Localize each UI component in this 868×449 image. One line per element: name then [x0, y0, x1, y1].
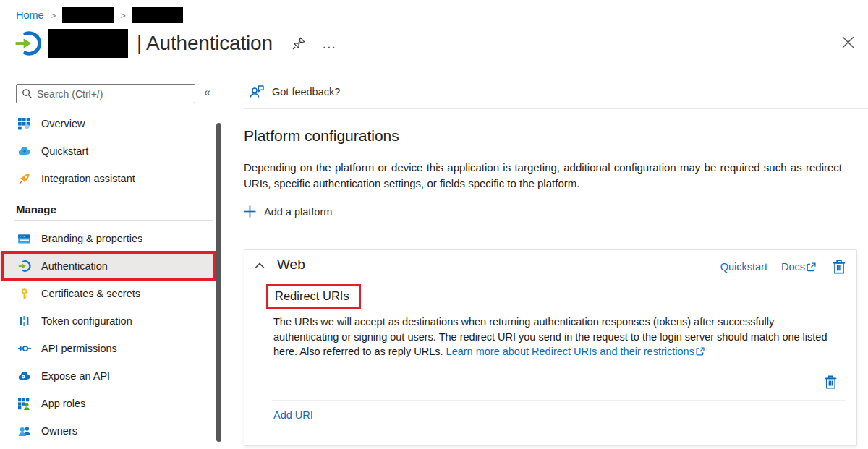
sidebar-item-label: Expose an API	[41, 370, 110, 382]
add-uri-link[interactable]: Add URI	[273, 409, 313, 421]
breadcrumb-separator: >	[120, 10, 126, 21]
got-feedback-button[interactable]: Got feedback?	[250, 85, 340, 98]
web-panel-title: Web	[277, 257, 305, 273]
sidebar-item-label: Owners	[41, 425, 77, 437]
sidebar-divider	[14, 220, 213, 221]
web-platform-panel: Web Quickstart Docs Redir	[244, 249, 857, 446]
sidebar-group-manage: Manage	[16, 203, 216, 215]
redacted-breadcrumb-item	[132, 7, 183, 23]
overview-icon	[17, 117, 31, 131]
sidebar-item-label: Integration assistant	[41, 173, 135, 184]
rocket-icon	[17, 172, 31, 186]
sidebar-item-expose-api[interactable]: Expose an API	[0, 362, 216, 390]
search-input[interactable]	[37, 88, 190, 100]
close-icon[interactable]	[841, 35, 856, 50]
redirect-uris-title: Redirect URIs	[275, 289, 349, 302]
sidebar-item-label: Token configuration	[41, 315, 132, 327]
sidebar-item-api-permissions[interactable]: API permissions	[0, 335, 216, 362]
plus-icon	[244, 205, 256, 218]
breadcrumb-home-link[interactable]: Home	[16, 9, 44, 21]
pin-icon[interactable]	[292, 36, 306, 51]
search-box	[16, 84, 195, 103]
redirect-uris-description: The URIs we will accept as destinations …	[273, 315, 839, 359]
sidebar-item-label: Authentication	[41, 260, 108, 272]
sidebar-nav: Overview Quickstart Integration assistan…	[0, 110, 216, 445]
sidebar-item-label: Branding & properties	[41, 233, 142, 244]
owners-icon	[17, 424, 31, 438]
redirect-uris-title-annotated: Redirect URIs	[266, 284, 361, 309]
api-permissions-icon	[17, 342, 31, 356]
collapse-sidebar-icon[interactable]: «	[204, 86, 210, 99]
uri-row-divider	[272, 400, 846, 401]
token-configuration-icon	[17, 315, 31, 328]
annotation-highlight-box	[1, 251, 216, 281]
sidebar-item-certificates[interactable]: Certificates & secrets	[0, 280, 216, 307]
delete-platform-icon[interactable]	[833, 260, 846, 274]
sidebar-item-label: App roles	[41, 398, 85, 409]
toolbar-divider	[244, 108, 868, 109]
search-icon	[22, 88, 33, 99]
key-icon	[17, 287, 31, 301]
sidebar-item-overview[interactable]: Overview	[0, 110, 216, 137]
learn-more-link-label: Learn more about Redirect URIs and their…	[446, 344, 694, 359]
sidebar-item-label: Quickstart	[41, 145, 88, 157]
breadcrumb-separator: >	[51, 10, 56, 21]
external-link-icon	[696, 347, 705, 356]
web-panel-actions: Quickstart Docs	[720, 260, 846, 274]
sidebar-item-branding[interactable]: Branding & properties	[0, 225, 216, 252]
got-feedback-label: Got feedback?	[272, 86, 340, 98]
add-platform-label: Add a platform	[264, 206, 332, 218]
sidebar-item-owners[interactable]: Owners	[0, 417, 216, 445]
sidebar-scrollbar[interactable]	[216, 123, 221, 442]
platform-configurations-title: Platform configurations	[244, 127, 399, 145]
sidebar-item-label: Overview	[41, 118, 85, 129]
redacted-breadcrumb-item	[62, 7, 114, 23]
docs-link[interactable]: Docs	[781, 261, 816, 273]
more-commands-icon[interactable]: …	[322, 40, 338, 47]
platform-configurations-description: Depending on the platform or device this…	[244, 160, 842, 191]
feedback-icon	[250, 85, 265, 98]
learn-more-link[interactable]: Learn more about Redirect URIs and their…	[446, 344, 705, 359]
quickstart-link[interactable]: Quickstart	[720, 261, 767, 273]
docs-link-label: Docs	[781, 261, 805, 273]
authentication-icon	[17, 260, 31, 273]
page-header: | Authentication …	[14, 29, 338, 58]
redacted-app-name	[48, 29, 128, 58]
sidebar-item-label: Certificates & secrets	[41, 288, 140, 299]
app-roles-icon	[17, 397, 31, 411]
expose-api-cloud-icon	[17, 369, 31, 383]
sidebar-item-authentication[interactable]: Authentication	[0, 252, 216, 280]
sidebar-item-label: API permissions	[41, 343, 117, 354]
breadcrumb: Home > >	[16, 7, 183, 24]
branding-icon	[17, 232, 31, 246]
chevron-up-icon[interactable]	[255, 262, 265, 269]
external-link-icon	[807, 262, 816, 272]
delete-uri-icon[interactable]	[825, 375, 837, 389]
add-platform-button[interactable]: Add a platform	[244, 205, 332, 218]
sidebar-item-token-configuration[interactable]: Token configuration	[0, 307, 216, 335]
sidebar-item-integration-assistant[interactable]: Integration assistant	[0, 165, 216, 192]
page-title: | Authentication	[137, 32, 273, 55]
sidebar-item-app-roles[interactable]: App roles	[0, 390, 216, 417]
quickstart-icon	[17, 145, 31, 158]
app-registration-icon	[14, 30, 42, 57]
sidebar-item-quickstart[interactable]: Quickstart	[0, 137, 216, 165]
